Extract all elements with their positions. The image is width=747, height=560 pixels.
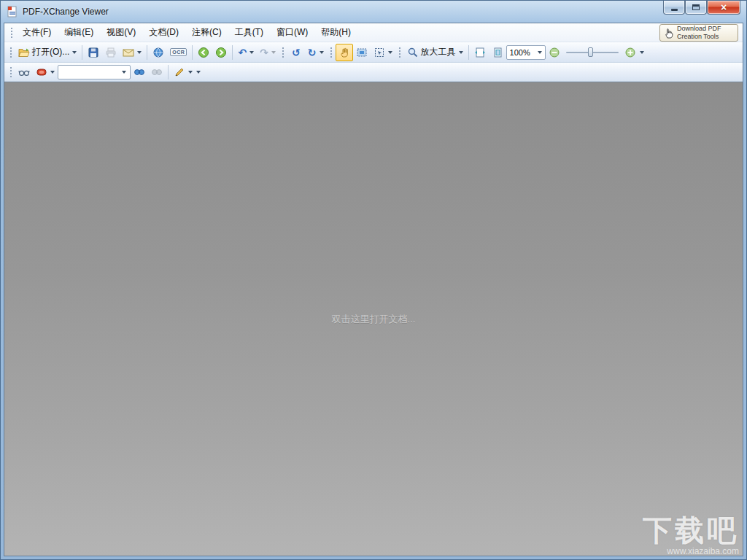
fit-width-icon: [474, 47, 486, 58]
magnifier-icon: [407, 47, 419, 58]
redo-button[interactable]: ↷: [257, 44, 279, 61]
previous-view-button[interactable]: [195, 44, 212, 61]
menubar-grip[interactable]: [9, 26, 14, 39]
download-pdf-tools-button[interactable]: Download PDF Creation Tools: [659, 24, 738, 42]
rotate-cw-button[interactable]: ↻: [305, 44, 327, 61]
zoom-slider[interactable]: [566, 45, 619, 60]
toolbar-grip[interactable]: [281, 46, 285, 59]
dropdown-caret-icon[interactable]: [388, 51, 392, 54]
search-input[interactable]: [60, 68, 121, 77]
search-again-button[interactable]: [148, 63, 166, 81]
dropdown-caret-icon[interactable]: [538, 51, 542, 54]
client-area: 文件(F) 编辑(E) 视图(V) 文档(D) 注释(C) 工具(T) 窗口(W…: [4, 23, 743, 556]
dropdown-caret-icon[interactable]: [50, 71, 55, 74]
fit-page-button[interactable]: [489, 44, 506, 61]
menu-window[interactable]: 窗口(W): [270, 23, 314, 42]
ocr-button[interactable]: OCR: [167, 44, 190, 61]
download-button-label: Download PDF Creation Tools: [677, 25, 721, 40]
toolbar-grip[interactable]: [9, 46, 13, 59]
search-button[interactable]: [131, 63, 148, 81]
zoom-level-value: 100%: [510, 48, 530, 57]
save-button[interactable]: [85, 44, 102, 61]
zoom-in-icon: [624, 47, 636, 58]
separator: [468, 45, 469, 60]
window-controls: ×: [663, 1, 740, 15]
maximize-button[interactable]: [685, 1, 707, 15]
rotate-cw-icon: ↻: [308, 47, 317, 58]
open-folder-icon: [18, 47, 30, 58]
separator: [232, 45, 233, 60]
pen-icon: [174, 66, 185, 78]
dropdown-caret-icon[interactable]: [137, 51, 142, 54]
dropdown-caret-icon[interactable]: [72, 51, 77, 54]
menu-edit[interactable]: 编辑(E): [58, 23, 100, 42]
select-tool-icon: [374, 47, 385, 58]
menu-view[interactable]: 视图(V): [100, 23, 142, 42]
separator: [82, 45, 82, 60]
dropdown-caret-icon[interactable]: [459, 51, 463, 54]
select-tool-button[interactable]: [371, 44, 395, 61]
print-button[interactable]: [102, 44, 120, 61]
menu-tools[interactable]: 工具(T): [228, 23, 270, 42]
zoom-level-combobox[interactable]: 100%: [506, 45, 546, 60]
dropdown-caret-icon[interactable]: [320, 51, 324, 54]
rotate-ccw-icon: ↺: [292, 47, 301, 58]
toolbar-grip[interactable]: [329, 46, 333, 59]
stamp-button[interactable]: [33, 63, 58, 81]
pen-tool-button[interactable]: [171, 63, 196, 81]
separator: [192, 45, 193, 60]
minimize-icon: [671, 9, 678, 11]
dropdown-caret-icon[interactable]: [122, 71, 126, 74]
open-button-label: 打开(O)...: [32, 46, 69, 58]
zoom-in-button[interactable]: [622, 44, 639, 61]
toolbar-grip[interactable]: [398, 46, 402, 59]
zoom-slider-thumb[interactable]: [588, 47, 593, 57]
close-button[interactable]: ×: [707, 1, 740, 15]
reading-glasses-button[interactable]: [15, 63, 33, 81]
browser-icon: [152, 47, 164, 58]
dropdown-caret-icon[interactable]: [188, 71, 193, 74]
search-box[interactable]: [58, 65, 131, 79]
ocr-icon: OCR: [170, 48, 187, 56]
menu-document[interactable]: 文档(D): [142, 23, 185, 42]
open-document-hint: 双击这里打开文档...: [332, 313, 416, 326]
download-line1: Download PDF: [677, 25, 721, 32]
minimize-button[interactable]: [663, 1, 685, 15]
hand-tool-button[interactable]: [336, 44, 353, 61]
snapshot-button[interactable]: [353, 44, 371, 61]
download-line2: Creation Tools: [677, 33, 721, 40]
stamp-icon: [36, 66, 47, 78]
search-icon: [133, 66, 145, 78]
separator: [168, 65, 169, 79]
launch-browser-button[interactable]: [150, 44, 167, 61]
snapshot-icon: [356, 47, 368, 58]
maximize-icon: [692, 4, 700, 10]
next-view-icon: [215, 47, 227, 58]
hand-cursor-icon: [663, 27, 675, 39]
menu-file[interactable]: 文件(F): [16, 23, 58, 42]
window-title: PDF-XChange Viewer: [23, 7, 109, 17]
dropdown-caret-icon[interactable]: [249, 51, 254, 54]
zoom-out-button[interactable]: [546, 44, 563, 61]
menu-help[interactable]: 帮助(H): [314, 23, 357, 42]
email-icon: [123, 47, 134, 58]
next-view-button[interactable]: [212, 44, 230, 61]
toolbar-overflow-caret-icon[interactable]: [640, 51, 644, 54]
toolbar-grip[interactable]: [9, 66, 13, 79]
fit-width-button[interactable]: [471, 44, 489, 61]
document-area[interactable]: 双击这里打开文档...: [4, 82, 743, 556]
dropdown-caret-icon[interactable]: [271, 51, 276, 54]
rotate-ccw-button[interactable]: ↺: [287, 44, 305, 61]
email-button[interactable]: [120, 44, 144, 61]
menu-comments[interactable]: 注释(C): [185, 23, 228, 42]
save-icon: [88, 47, 99, 58]
search-again-icon: [151, 66, 163, 78]
zoom-tool-button[interactable]: 放大工具: [404, 44, 466, 61]
titlebar[interactable]: PDF-XChange Viewer ×: [1, 1, 746, 23]
undo-button[interactable]: ↶: [235, 44, 257, 61]
search-toolbar: [4, 63, 743, 82]
redo-icon: ↷: [260, 47, 268, 58]
open-button[interactable]: 打开(O)...: [15, 44, 80, 61]
previous-view-icon: [198, 47, 209, 58]
toolbar-overflow-caret-icon[interactable]: [196, 71, 201, 74]
